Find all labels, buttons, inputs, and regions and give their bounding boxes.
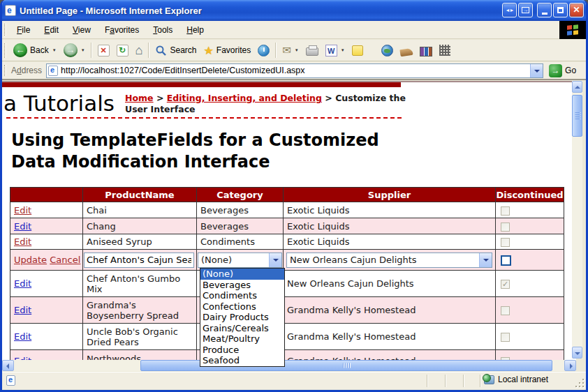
toolbar-grip[interactable]: [4, 65, 6, 77]
menu-view[interactable]: View: [66, 24, 98, 36]
print-button[interactable]: [302, 41, 322, 59]
horizontal-scrollbar[interactable]: [2, 360, 576, 371]
edit-link[interactable]: Edit: [14, 305, 31, 315]
statusbar-divider: [445, 375, 446, 387]
col-header-supplier: Supplier: [284, 188, 496, 202]
dropdown-button[interactable]: [479, 253, 492, 267]
scroll-down-button[interactable]: [572, 347, 582, 359]
breadcrumb-home-link[interactable]: Home: [125, 93, 154, 103]
dropdown-option[interactable]: Beverages: [200, 280, 284, 291]
msn-button[interactable]: [378, 41, 397, 59]
favorites-button[interactable]: ★ Favorites: [200, 41, 255, 59]
discontinued-checkbox: [501, 206, 510, 216]
dropdown-option[interactable]: Produce: [200, 345, 284, 356]
messenger-button[interactable]: [436, 41, 454, 59]
favorites-star-icon: ★: [204, 44, 214, 57]
dropdown-option[interactable]: Condiments: [200, 290, 284, 301]
address-dropdown-button[interactable]: [530, 64, 543, 77]
menu-tools[interactable]: Tools: [146, 24, 179, 36]
address-input[interactable]: e http://localhost:1027/Code/EditInsertD…: [46, 63, 543, 78]
discuss-button[interactable]: [348, 41, 367, 59]
menu-edit[interactable]: Edit: [37, 24, 66, 36]
edit-with-word-button[interactable]: W ▼: [322, 41, 348, 59]
mail-button[interactable]: ✉ ▼: [279, 41, 302, 59]
scroll-up-button[interactable]: [572, 81, 582, 93]
home-button[interactable]: ⌂: [132, 41, 147, 59]
forward-button[interactable]: → ▼: [60, 41, 89, 59]
toolbar-grip[interactable]: [4, 43, 6, 58]
page-title: Using TemplateFields for a Customized Da…: [11, 130, 420, 173]
product-cell: Aniseed Syrup: [83, 234, 197, 250]
discontinued-checkbox: [501, 306, 510, 315]
page-maroon-band: [2, 82, 401, 87]
shopping-button[interactable]: [397, 41, 416, 59]
category-dropdown[interactable]: (None): [198, 252, 282, 268]
minimize-button[interactable]: [537, 3, 552, 17]
toolbar-grip[interactable]: [4, 24, 6, 36]
update-link[interactable]: Update: [14, 255, 47, 265]
edit-link[interactable]: Edit: [14, 221, 31, 232]
address-url: http://localhost:1027/Code/EditInsertDel…: [61, 66, 543, 75]
security-zone-label: Local intranet: [498, 375, 548, 384]
breadcrumb-section-link[interactable]: Editing, Inserting, and Deleting: [167, 93, 322, 103]
stop-button[interactable]: ✕: [94, 41, 113, 59]
supplier-dropdown[interactable]: New Orleans Cajun Delights: [286, 252, 492, 268]
dropdown-option-selected[interactable]: (None): [200, 269, 284, 280]
separator: [275, 43, 277, 58]
address-bar: Address e http://localhost:1027/Code/Edi…: [2, 62, 586, 80]
research-button[interactable]: [416, 41, 436, 59]
category-dropdown-list: (None) Beverages Condiments Confections …: [200, 268, 285, 367]
table-row: Edit Northwoods Grandma Kelly's Homestea…: [10, 350, 564, 361]
product-cell: Chef Anton's Gumbo Mix: [83, 271, 197, 297]
dropdown-option[interactable]: Confections: [200, 301, 284, 312]
edit-link[interactable]: Edit: [14, 205, 31, 216]
vertical-scrollbar[interactable]: [572, 81, 582, 359]
dropdown-option[interactable]: Grains/Cereals: [200, 323, 284, 334]
dropdown-button[interactable]: [269, 253, 281, 267]
breadcrumb: Home > Editing, Inserting, and Deleting …: [125, 93, 406, 115]
window-title: Untitled Page - Microsoft Internet Explo…: [20, 6, 202, 16]
close-button[interactable]: ✕: [569, 3, 584, 17]
windows-throbber-icon: [559, 21, 586, 39]
home-icon: ⌂: [135, 44, 143, 56]
supplier-dropdown-value: New Orleans Cajun Delights: [290, 255, 417, 265]
browser-viewport: a Tutorials Home > Editing, Inserting, a…: [2, 81, 576, 360]
col-header-discontinued: Discontinued: [496, 188, 564, 202]
chevron-down-icon: [534, 70, 540, 75]
col-header-productname: ProductName: [83, 188, 197, 202]
history-button[interactable]: [254, 41, 273, 59]
refresh-button[interactable]: ↻: [113, 41, 132, 59]
forward-icon: →: [64, 43, 78, 57]
dropdown-option[interactable]: Dairy Products: [200, 312, 284, 323]
category-cell: Condiments: [197, 234, 284, 250]
menu-favorites[interactable]: Favorites: [98, 24, 146, 36]
back-button[interactable]: ← Back ▼: [10, 41, 60, 59]
separator: [148, 43, 149, 58]
go-arrow-icon: →: [549, 64, 562, 77]
table-row: Edit Aniseed Syrup Condiments Exotic Liq…: [10, 234, 564, 250]
maximize-button[interactable]: [553, 3, 568, 17]
vm-exit-button[interactable]: →: [518, 3, 533, 17]
discontinued-checkbox[interactable]: [501, 255, 511, 266]
exit-box-icon: →: [522, 7, 529, 13]
edit-link[interactable]: Edit: [14, 236, 31, 247]
menu-file[interactable]: File: [10, 24, 37, 36]
menu-help[interactable]: Help: [179, 24, 211, 36]
cancel-link[interactable]: Cancel: [50, 255, 80, 265]
close-icon: ✕: [573, 5, 580, 15]
search-button[interactable]: Search: [152, 41, 200, 59]
dropdown-option[interactable]: Meat/Poultry: [200, 333, 284, 345]
edit-link[interactable]: Edit: [14, 278, 31, 289]
title-bar: e Untitled Page - Microsoft Internet Exp…: [0, 0, 588, 21]
standard-buttons-toolbar: ← Back ▼ → ▼ ✕ ↻ ⌂ Search ★ Favorites ✉ …: [2, 40, 586, 61]
resize-grip[interactable]: [575, 379, 584, 387]
vertical-scroll-thumb[interactable]: [572, 95, 582, 137]
go-button[interactable]: → Go: [549, 64, 576, 77]
dropdown-option[interactable]: Seafood: [200, 355, 284, 366]
scroll-left-button[interactable]: [2, 360, 14, 371]
scroll-right-button[interactable]: [564, 360, 576, 371]
table-row: Edit Uncle Bob's Organic Dried Pears Gra…: [10, 324, 564, 350]
vm-switch-button[interactable]: ◄►: [502, 3, 517, 17]
product-name-textbox[interactable]: [84, 252, 194, 268]
edit-link[interactable]: Edit: [14, 331, 31, 342]
